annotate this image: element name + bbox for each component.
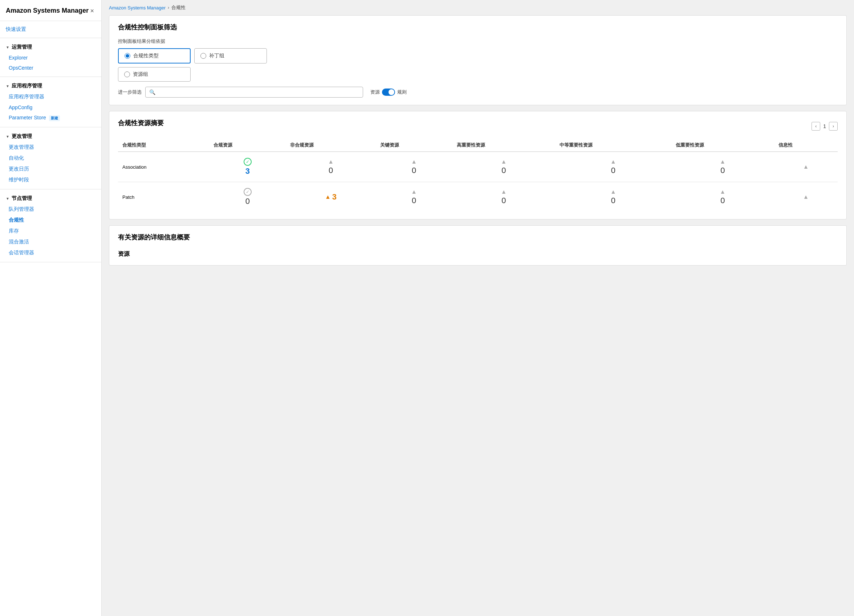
pagination-prev-button[interactable]: ‹ bbox=[811, 122, 820, 131]
medium-cell: ▲ 0 bbox=[560, 158, 666, 175]
sidebar-section-title-node[interactable]: ▼ 节点管理 bbox=[0, 193, 101, 204]
sidebar-section-ops: ▼ 运营管理 Explorer OpsCenter bbox=[0, 38, 101, 77]
triangle-gray-icon-info: ▲ bbox=[803, 164, 809, 170]
toggle-row: 资源 规则 bbox=[371, 88, 407, 96]
summary-card: 合规性资源摘要 ‹ 1 › 合规性类型 合规资源 非合规资源 关键资源 高重要性… bbox=[109, 111, 847, 219]
patch-medium-value: 0 bbox=[611, 196, 615, 205]
detail-card: 有关资源的详细信息概要 资源 bbox=[109, 225, 847, 266]
sidebar-item-app-manager[interactable]: 应用程序管理器 bbox=[0, 91, 101, 102]
search-box[interactable]: 🔍 bbox=[145, 87, 363, 97]
toggle-label-resources: 资源 bbox=[371, 89, 380, 96]
sidebar-item-queue-manager[interactable]: 队列管理器 bbox=[0, 204, 101, 215]
triangle-gray-icon: ▲ bbox=[328, 158, 334, 165]
radio-label-patch-group: 补丁组 bbox=[209, 53, 224, 59]
patch-info-cell: ▲ bbox=[778, 194, 833, 200]
radio-input-compliance-type[interactable] bbox=[125, 53, 130, 59]
radio-label-resource-group: 资源组 bbox=[133, 71, 148, 78]
pagination-next-button[interactable]: › bbox=[829, 122, 838, 131]
summary-card-title: 合规性资源摘要 bbox=[118, 119, 164, 127]
check-green-icon: ✓ bbox=[244, 158, 252, 166]
patch-low-cell: ▲ 0 bbox=[676, 189, 770, 205]
sidebar-item-change-calendar[interactable]: 更改日历 bbox=[0, 164, 101, 175]
triangle-gray-icon-patch-medium: ▲ bbox=[610, 189, 616, 195]
radio-patch-group[interactable]: 补丁组 bbox=[194, 48, 267, 64]
search-icon: 🔍 bbox=[149, 89, 156, 95]
row-association-medium: ▲ 0 bbox=[555, 152, 671, 182]
sidebar-item-parameter-store[interactable]: Parameter Store 新建 bbox=[0, 113, 101, 123]
info-cell: ▲ bbox=[778, 164, 833, 170]
radio-resource-group[interactable]: 资源组 bbox=[118, 67, 191, 82]
critical-value: 0 bbox=[412, 166, 416, 175]
sidebar-item-quick-setup[interactable]: 快速设置 bbox=[0, 21, 101, 38]
sidebar-item-inventory[interactable]: 库存 bbox=[0, 226, 101, 237]
row-patch-low: ▲ 0 bbox=[671, 182, 774, 212]
triangle-gray-icon-patch-high: ▲ bbox=[501, 189, 507, 195]
patch-non-compliant-icon-row: ▲ 3 bbox=[325, 192, 337, 202]
sidebar-item-maintenance[interactable]: 维护时段 bbox=[0, 175, 101, 186]
patch-low-value: 0 bbox=[720, 196, 725, 205]
radio-options-row2: 资源组 bbox=[118, 67, 838, 82]
sidebar-item-explorer[interactable]: Explorer bbox=[0, 53, 101, 63]
breadcrumb: Amazon Systems Manager › 合规性 bbox=[102, 0, 854, 15]
critical-cell: ▲ 0 bbox=[380, 158, 448, 175]
col-header-high: 高重要性资源 bbox=[453, 139, 555, 152]
radio-options: 合规性类型 补丁组 bbox=[118, 48, 838, 64]
search-input[interactable] bbox=[157, 89, 359, 95]
radio-input-resource-group[interactable] bbox=[124, 71, 130, 77]
sidebar-section-title-change[interactable]: ▼ 更改管理 bbox=[0, 131, 101, 142]
non-compliant-cell: ▲ 0 bbox=[290, 158, 371, 175]
radio-label-compliance-type: 合规性类型 bbox=[133, 53, 159, 59]
sidebar-section-change: ▼ 更改管理 更改管理器 自动化 更改日历 维护时段 bbox=[0, 127, 101, 189]
filter-group-label: 控制面板结果分组依据 bbox=[118, 38, 838, 45]
patch-non-compliant-cell: ▲ 3 bbox=[290, 192, 371, 202]
col-header-critical: 关键资源 bbox=[376, 139, 453, 152]
sidebar-item-hybrid[interactable]: 混合激活 bbox=[0, 237, 101, 247]
sidebar-section-label-node: 节点管理 bbox=[12, 195, 32, 202]
row-patch-medium: ▲ 0 bbox=[555, 182, 671, 212]
sidebar-item-appconfig[interactable]: AppConfig bbox=[0, 102, 101, 113]
summary-header: 合规性资源摘要 ‹ 1 › bbox=[118, 119, 838, 134]
chevron-down-icon-node: ▼ bbox=[6, 197, 9, 201]
sidebar-close-button[interactable]: × bbox=[88, 6, 96, 15]
row-association-info: ▲ bbox=[774, 152, 838, 182]
row-association-compliant: ✓ 3 bbox=[209, 152, 286, 182]
sidebar-section-title-ops[interactable]: ▼ 运营管理 bbox=[0, 42, 101, 53]
sidebar: Amazon Systems Manager × 快速设置 ▼ 运营管理 Exp… bbox=[0, 0, 102, 616]
sidebar-item-opscenter[interactable]: OpsCenter bbox=[0, 63, 101, 73]
table-header-row: 合规性类型 合规资源 非合规资源 关键资源 高重要性资源 中等重要性资源 低重要… bbox=[118, 139, 838, 152]
row-patch-non-compliant: ▲ 3 bbox=[286, 182, 375, 212]
triangle-gray-icon-high: ▲ bbox=[501, 158, 507, 165]
patch-medium-cell: ▲ 0 bbox=[560, 189, 666, 205]
row-association-low: ▲ 0 bbox=[671, 152, 774, 182]
toggle-switch[interactable] bbox=[382, 88, 395, 96]
sidebar-item-compliance[interactable]: 合规性 bbox=[0, 215, 101, 226]
patch-compliant-value: 0 bbox=[246, 197, 250, 206]
breadcrumb-separator: › bbox=[168, 5, 169, 10]
further-filter-label: 进一步筛选 bbox=[118, 89, 142, 96]
new-badge: 新建 bbox=[49, 116, 60, 121]
patch-high-cell: ▲ 0 bbox=[457, 189, 551, 205]
triangle-gray-icon-medium: ▲ bbox=[610, 158, 616, 165]
row-association-non-compliant: ▲ 0 bbox=[286, 152, 375, 182]
sidebar-item-automation[interactable]: 自动化 bbox=[0, 153, 101, 164]
row-association-high: ▲ 0 bbox=[453, 152, 555, 182]
breadcrumb-current: 合规性 bbox=[171, 5, 186, 11]
breadcrumb-link[interactable]: Amazon Systems Manager bbox=[109, 5, 166, 11]
radio-input-patch-group[interactable] bbox=[200, 53, 206, 59]
row-patch-type: Patch bbox=[118, 182, 209, 212]
sidebar-item-session-manager[interactable]: 会话管理器 bbox=[0, 247, 101, 258]
pagination-page: 1 bbox=[823, 123, 826, 129]
patch-non-compliant-value: 3 bbox=[332, 192, 337, 202]
sidebar-section-app: ▼ 应用程序管理 应用程序管理器 AppConfig Parameter Sto… bbox=[0, 77, 101, 127]
radio-compliance-type[interactable]: 合规性类型 bbox=[118, 48, 191, 64]
sidebar-section-title-app[interactable]: ▼ 应用程序管理 bbox=[0, 81, 101, 91]
sidebar-section-node: ▼ 节点管理 队列管理器 合规性 库存 混合激活 会话管理器 bbox=[0, 189, 101, 262]
non-compliant-value: 0 bbox=[329, 166, 333, 175]
sidebar-item-change-manager[interactable]: 更改管理器 bbox=[0, 142, 101, 153]
filter-card-title: 合规性控制面板筛选 bbox=[118, 23, 838, 32]
sidebar-section-label-ops: 运营管理 bbox=[12, 44, 32, 50]
chevron-down-icon-change: ▼ bbox=[6, 135, 9, 138]
compliant-value: 3 bbox=[246, 167, 250, 176]
triangle-gray-icon-patch-low: ▲ bbox=[720, 189, 726, 195]
row-patch-info: ▲ bbox=[774, 182, 838, 212]
